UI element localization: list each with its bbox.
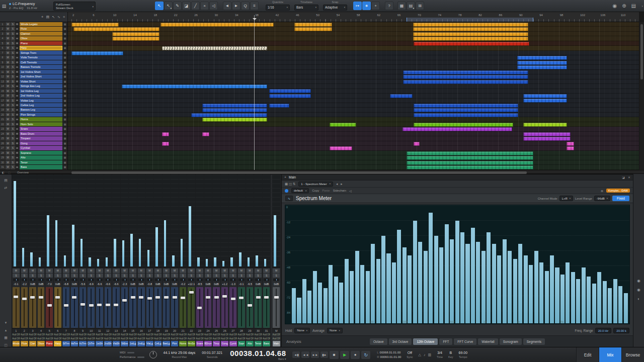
midi-clip[interactable] bbox=[71, 23, 119, 27]
fader-zone[interactable] bbox=[180, 287, 187, 328]
midi-clip[interactable] bbox=[567, 142, 574, 146]
fader-zone[interactable] bbox=[138, 287, 145, 328]
fader-handle[interactable] bbox=[22, 298, 27, 300]
pan-slider[interactable] bbox=[155, 279, 161, 281]
track-mute-button[interactable]: M bbox=[6, 127, 10, 131]
track-header[interactable]: 3MSClarinet▦ bbox=[0, 32, 67, 36]
track-header[interactable]: 5MSPiano▦ bbox=[0, 41, 67, 46]
track-mute-button[interactable]: M bbox=[6, 55, 10, 59]
track-record-icon[interactable] bbox=[15, 94, 19, 98]
track-solo-button[interactable]: S bbox=[11, 55, 15, 59]
fader-zone[interactable] bbox=[38, 287, 45, 328]
go-to-end-button[interactable]: ▮► bbox=[320, 351, 328, 358]
channel-mute-button[interactable]: M bbox=[96, 268, 103, 273]
track-mute-button[interactable]: M bbox=[6, 32, 10, 36]
channel-mute-button[interactable]: M bbox=[113, 268, 120, 273]
track-mute-button[interactable]: M bbox=[6, 46, 10, 50]
fader-handle[interactable] bbox=[89, 304, 94, 307]
track-header[interactable]: 18MSCellos Leg▦ bbox=[0, 103, 67, 108]
midi-clip[interactable] bbox=[407, 165, 533, 169]
timeline-ruler[interactable]: 2610141822263034384246505458626670747882… bbox=[68, 12, 639, 22]
track-instrument-icon[interactable]: ▦ bbox=[62, 22, 67, 26]
track-record-icon[interactable] bbox=[15, 141, 19, 145]
vertical-scrollbar-handle[interactable] bbox=[640, 24, 643, 79]
track-record-icon[interactable] bbox=[15, 36, 19, 40]
midi-clip[interactable] bbox=[517, 56, 567, 60]
channel-mute-button[interactable]: M bbox=[46, 268, 53, 273]
channel-solo-button[interactable]: S bbox=[54, 274, 61, 278]
channel-mute-button[interactable]: M bbox=[129, 268, 136, 273]
track-instrument-icon[interactable]: ▦ bbox=[62, 146, 67, 150]
midi-clip[interactable] bbox=[413, 32, 528, 36]
channel-mute-button[interactable]: M bbox=[138, 268, 145, 273]
track-mute-button[interactable]: M bbox=[6, 165, 10, 169]
midi-clip[interactable] bbox=[294, 27, 332, 31]
midi-clip[interactable] bbox=[523, 132, 571, 136]
track-solo-button[interactable]: S bbox=[11, 32, 15, 36]
track-mute-button[interactable]: M bbox=[6, 108, 10, 112]
track-instrument-icon[interactable]: ▦ bbox=[62, 99, 67, 103]
channel-mute-button[interactable]: M bbox=[205, 268, 212, 273]
loop-button[interactable]: ↻ bbox=[361, 351, 370, 359]
track-instrument-icon[interactable]: ▦ bbox=[62, 113, 67, 117]
channel-mute-button[interactable]: M bbox=[188, 268, 195, 273]
channel-solo-button[interactable]: S bbox=[221, 274, 228, 278]
fader-handle[interactable] bbox=[114, 304, 118, 306]
split-view-icon[interactable]: ▤▾ bbox=[407, 2, 415, 10]
track-instrument-icon[interactable]: ▦ bbox=[62, 74, 67, 78]
pan-slider[interactable] bbox=[122, 279, 128, 281]
fader-handle[interactable] bbox=[55, 296, 60, 299]
macro-icon[interactable]: ≡ bbox=[250, 2, 259, 10]
fader-handle[interactable] bbox=[264, 296, 269, 299]
midi-clip[interactable] bbox=[160, 23, 274, 27]
channel-solo-button[interactable]: S bbox=[229, 274, 236, 278]
track-instrument-icon[interactable]: ▦ bbox=[62, 51, 67, 55]
analysis-mode-button[interactable]: Waterfall bbox=[478, 338, 498, 345]
quantize-apply-icon[interactable]: Q bbox=[241, 2, 250, 10]
fader-zone[interactable] bbox=[113, 287, 120, 328]
automation-icon[interactable]: ∿ bbox=[57, 15, 60, 19]
monitor-select[interactable]: FullScreen Stream Deck ▾ bbox=[53, 2, 96, 11]
track-header[interactable]: 2MSFlute▦ bbox=[0, 27, 67, 31]
dim-icon[interactable]: ◐ bbox=[637, 297, 640, 301]
channel-solo-button[interactable]: S bbox=[71, 274, 78, 278]
autoscroll-icon[interactable]: ↦ bbox=[353, 2, 362, 10]
track-mute-button[interactable]: M bbox=[6, 79, 10, 83]
track-record-icon[interactable] bbox=[15, 32, 19, 36]
channel-solo-button[interactable]: S bbox=[96, 274, 103, 278]
metronome-icon[interactable]: △ bbox=[419, 353, 421, 357]
track-header[interactable]: 17MSViolas Leg▦ bbox=[0, 99, 67, 103]
channel-solo-button[interactable]: S bbox=[163, 274, 170, 278]
fader-zone[interactable] bbox=[205, 287, 212, 328]
track-header[interactable]: 11MS1st Violins Short▦ bbox=[0, 70, 67, 74]
eraser-tool-icon[interactable]: ◪ bbox=[182, 2, 191, 10]
fader-zone[interactable] bbox=[146, 287, 153, 328]
track-mute-button[interactable]: M bbox=[6, 27, 10, 31]
midi-clip[interactable] bbox=[71, 51, 123, 55]
track-mute-button[interactable]: M bbox=[6, 136, 10, 140]
channel-mute-button[interactable]: M bbox=[88, 268, 95, 273]
pan-slider[interactable] bbox=[97, 279, 103, 281]
level-range-select[interactable]: -96dB▾ bbox=[594, 196, 610, 201]
main-time-display[interactable]: 00038.01.04.68 Bars ▾ bbox=[230, 349, 286, 360]
track-instrument-icon[interactable]: ▦ bbox=[62, 165, 67, 169]
track-solo-button[interactable]: S bbox=[11, 141, 15, 145]
fader-zone[interactable] bbox=[129, 287, 136, 328]
track-instrument-icon[interactable]: ▦ bbox=[62, 151, 67, 155]
track-solo-button[interactable]: S bbox=[11, 127, 15, 131]
channel-solo-button[interactable]: S bbox=[21, 274, 28, 278]
track-instrument-icon[interactable]: ▦ bbox=[62, 122, 67, 126]
arrangement-area[interactable] bbox=[68, 22, 639, 170]
collapse-toolbar-icon[interactable]: ▾ bbox=[641, 5, 643, 8]
midi-clip[interactable] bbox=[523, 94, 567, 98]
pan-slider[interactable] bbox=[180, 279, 186, 281]
channel-solo-button[interactable]: S bbox=[255, 274, 262, 278]
track-solo-button[interactable]: S bbox=[11, 108, 15, 112]
channel-mute-button[interactable]: M bbox=[229, 268, 236, 273]
track-mute-button[interactable]: M bbox=[6, 160, 10, 164]
track-record-icon[interactable] bbox=[15, 79, 19, 83]
channel-solo-button[interactable]: S bbox=[146, 274, 153, 278]
midi-clip[interactable] bbox=[162, 46, 268, 50]
fader-handle[interactable] bbox=[231, 298, 235, 300]
help-button[interactable]: ? bbox=[385, 2, 393, 10]
